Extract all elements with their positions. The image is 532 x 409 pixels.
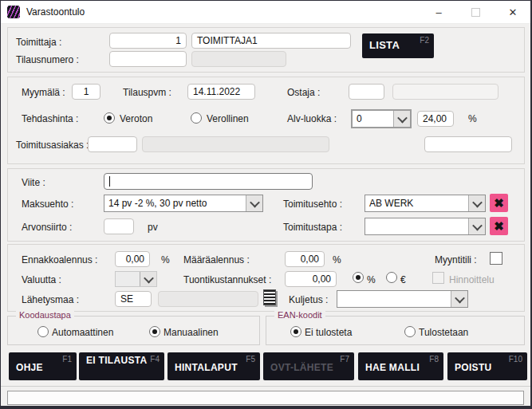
dropdown-button[interactable] — [393, 111, 410, 127]
ohje-button[interactable]: OHJE F1 — [9, 352, 77, 380]
varastoontulo-window: Varastoontulo – ✕ Toimittaja : 1 TOIMITT… — [0, 0, 532, 409]
lista-button-label: LISTA — [369, 40, 400, 52]
button-label: HAE MALLI — [365, 363, 420, 374]
dropdown-button[interactable] — [140, 272, 156, 286]
euro-radio[interactable] — [386, 272, 397, 283]
titlebar: Varastoontulo – ✕ — [1, 1, 530, 24]
kuljetus-select[interactable] — [337, 290, 468, 308]
hinnoittelu-label: Hinnoittelu — [449, 274, 495, 285]
toimitusehto-select[interactable]: AB WERK — [365, 195, 486, 212]
ean-koodit-title: EAN-koodit — [274, 310, 325, 320]
status-bar — [7, 391, 524, 405]
manuaalinen-radio[interactable] — [149, 326, 160, 337]
ostaja-code-field[interactable] — [349, 84, 384, 100]
arvonsiirto-field[interactable] — [104, 218, 134, 234]
ei-tulosteta-radio[interactable] — [290, 326, 301, 337]
koodaustapa-groupbox: Koodaustapa Automaattinen Manuaalinen — [7, 316, 260, 345]
chevron-down-icon — [397, 112, 408, 123]
terms-panel: Viite : Maksuehto : 14 pv -2 %, 30 pv ne… — [7, 168, 525, 242]
automaattinen-label: Automaattinen — [52, 327, 113, 338]
hintalaput-button[interactable]: HINTALAPUT F5 — [167, 352, 260, 380]
alv-percent-sign: % — [468, 113, 477, 124]
toimitustapa-clear-button[interactable]: ✖ — [490, 217, 508, 235]
toimitusehto-value: AB WERK — [365, 195, 468, 211]
tulostetaan-radio[interactable] — [404, 326, 416, 337]
verollinen-label: Verollinen — [207, 113, 249, 124]
dropdown-button[interactable] — [246, 195, 262, 211]
minimize-button[interactable]: – — [427, 1, 451, 23]
close-button[interactable]: ✕ — [501, 1, 525, 23]
close-icon: ✕ — [509, 6, 518, 18]
tilauspvm-label: Tilauspvm : — [123, 87, 171, 98]
lista-button[interactable]: LISTA F2 — [362, 33, 434, 58]
tuontikustannukset-label: Tuontikustannukset : — [183, 274, 271, 285]
lahetysmaa-field[interactable]: SE — [115, 291, 152, 307]
viite-label: Viite : — [22, 177, 45, 188]
lista-fkey-label: F2 — [420, 36, 429, 45]
fkey-label: F10 — [509, 355, 522, 364]
ennakkoalennus-percent-sign: % — [161, 254, 170, 265]
ennakkoalennus-label: Ennakkoalennus : — [22, 254, 97, 265]
veroton-radio[interactable] — [104, 112, 115, 124]
ostaja-label: Ostaja : — [287, 87, 320, 98]
koodaustapa-title: Koodaustapa — [16, 310, 74, 320]
myyntitili-checkbox[interactable] — [490, 252, 502, 265]
maaraalennus-label: Määräalennus : — [183, 254, 250, 265]
fkey-label: F5 — [246, 355, 255, 364]
manuaalinen-label: Manuaalinen — [164, 327, 219, 338]
toimitustapa-value — [365, 218, 468, 234]
tilausnumero-field[interactable] — [109, 51, 187, 67]
maksuehto-value: 14 pv -2 %, 30 pv netto — [104, 195, 246, 211]
tilausnumero-label: Tilausnumero : — [16, 54, 79, 65]
ennakkoalennus-field[interactable]: 0,00 — [115, 251, 150, 267]
button-label: OHJE — [16, 363, 43, 374]
myymala-field[interactable]: 1 — [72, 84, 100, 100]
percent-radio-label: % — [367, 274, 376, 285]
viite-input[interactable] — [104, 173, 313, 190]
toimitusasiakas-extra-field[interactable] — [424, 136, 512, 152]
tuontikustannukset-field[interactable]: 0,00 — [285, 271, 337, 287]
minimize-icon: – — [435, 6, 441, 18]
toimittaja-name-field[interactable]: TOIMITTAJA1 — [191, 33, 351, 49]
hae-malli-button[interactable]: HAE MALLI F8 — [358, 352, 443, 380]
automaattinen-radio[interactable] — [37, 326, 49, 337]
toimittaja-code-field[interactable]: 1 — [109, 33, 187, 49]
toimitustapa-select[interactable] — [365, 218, 486, 235]
valuutta-select[interactable] — [115, 271, 157, 287]
fkey-label: F1 — [62, 355, 72, 364]
fkey-label: F7 — [340, 355, 349, 364]
ovt-lahete-button: OVT-LÄHETE F7 — [263, 352, 354, 380]
hinnoittelu-checkbox — [432, 272, 444, 284]
dropdown-button[interactable] — [468, 195, 485, 211]
arvonsiirto-unit-label: pv — [148, 222, 158, 233]
maximize-button[interactable] — [463, 1, 487, 23]
poistu-button[interactable]: POISTU F10 — [447, 352, 527, 380]
tilauspvm-field[interactable]: 14.11.2022 — [187, 84, 255, 100]
alv-luokka-value: 0 — [353, 111, 393, 127]
verollinen-radio[interactable] — [191, 112, 202, 124]
order-panel: Myymälä : 1 Tilauspvm : 14.11.2022 Ostaj… — [7, 77, 525, 164]
chevron-down-icon — [472, 220, 483, 230]
myyntitili-label: Myyntitili : — [435, 254, 477, 265]
alv-luokka-select[interactable]: 0 — [351, 109, 412, 128]
maaraalennus-field[interactable]: 0,00 — [285, 251, 325, 267]
fkey-label: F8 — [429, 355, 439, 364]
ei-tilausta-button[interactable]: EI TILAUSTA F4 — [79, 352, 164, 380]
maksuehto-select[interactable]: 14 pv -2 %, 30 pv netto — [104, 195, 263, 212]
kuljetus-label: Kuljetus : — [289, 294, 328, 305]
veroton-label: Veroton — [120, 113, 152, 124]
dropdown-button[interactable] — [451, 291, 467, 307]
list-button[interactable] — [263, 289, 276, 305]
toimitusehto-clear-button[interactable]: ✖ — [490, 194, 508, 212]
dropdown-button[interactable] — [468, 218, 485, 234]
toimitusasiakas-code-field[interactable] — [88, 136, 137, 152]
clear-x-icon: ✖ — [494, 219, 504, 234]
lahetysmaa-name-field — [158, 291, 258, 307]
chevron-down-icon — [472, 197, 483, 207]
alv-percent-field[interactable]: 24,00 — [417, 111, 454, 127]
tulostetaan-label: Tulostetaan — [419, 327, 468, 338]
fkey-label: F4 — [150, 355, 160, 364]
percent-radio[interactable] — [353, 272, 364, 283]
pricing-panel: Ennakkoalennus : 0,00 % Määräalennus : 0… — [7, 244, 525, 312]
maximize-icon — [471, 8, 480, 17]
